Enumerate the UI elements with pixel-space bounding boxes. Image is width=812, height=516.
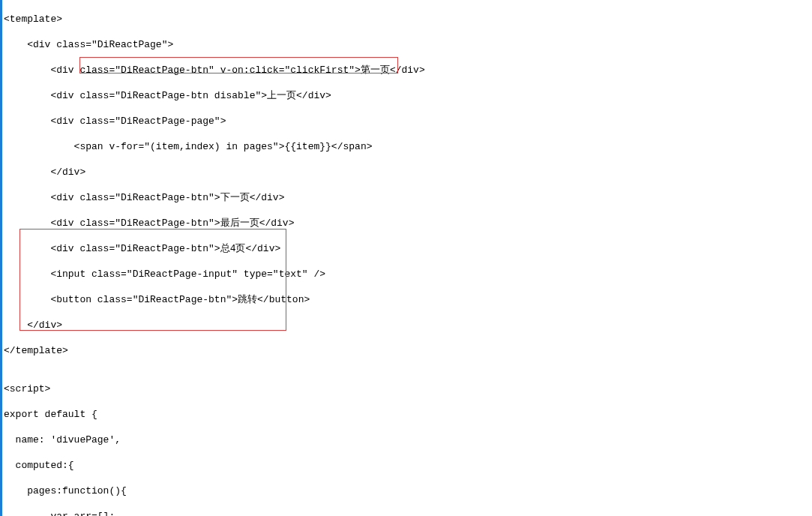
code-line: <button class="DiReactPage-btn">跳转</butt…: [4, 293, 812, 306]
code-line: <span v-for="(item,index) in pages">{{it…: [4, 140, 812, 153]
code-line: export default {: [4, 408, 812, 421]
code-line: <div class="DiReactPage">: [4, 38, 812, 51]
code-line: <template>: [4, 13, 812, 26]
code-line: </div>: [4, 319, 812, 332]
code-line: name: 'divuePage',: [4, 434, 812, 446]
code-line: </template>: [4, 344, 812, 357]
code-line: var arr=[];: [4, 510, 812, 516]
code-line: <div class="DiReactPage-btn" v-on:click=…: [4, 64, 812, 76]
code-line: computed:{: [4, 459, 812, 472]
code-line: <script>: [4, 382, 812, 395]
code-line: <input class="DiReactPage-input" type="t…: [4, 268, 812, 280]
code-line: </div>: [4, 166, 812, 178]
code-line: <div class="DiReactPage-btn">最后一页</div>: [4, 217, 812, 230]
code-line: <div class="DiReactPage-btn">总4页</div>: [4, 242, 812, 255]
code-line: <div class="DiReactPage-btn disable">上一页…: [4, 89, 812, 102]
code-line: <div class="DiReactPage-btn">下一页</div>: [4, 191, 812, 204]
code-line: <div class="DiReactPage-page">: [4, 115, 812, 128]
code-block: <template> <div class="DiReactPage"> <di…: [4, 0, 812, 516]
code-line: pages:function(){: [4, 484, 812, 497]
